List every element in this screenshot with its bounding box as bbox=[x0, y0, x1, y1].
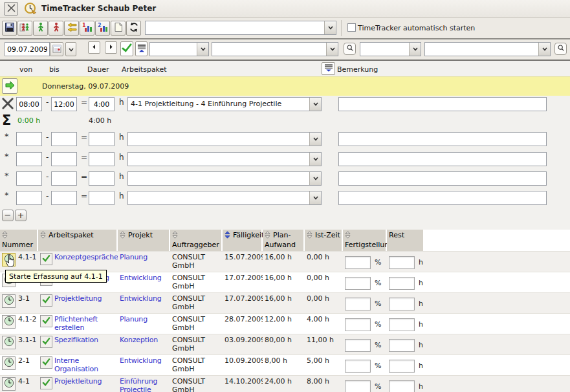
report2-chart-button[interactable]: 2 bbox=[95, 21, 110, 36]
sort-expand-button[interactable] bbox=[135, 41, 148, 56]
person-red-button[interactable] bbox=[49, 21, 63, 36]
arbeitspaket-combobox[interactable]: 4-1 Projektleitung - 4 Einführung Projec… bbox=[127, 97, 322, 111]
bemerkung-expand-button[interactable] bbox=[322, 62, 335, 75]
fertigstellung-input[interactable] bbox=[345, 360, 371, 373]
report1-chart-button[interactable]: 1 bbox=[80, 21, 94, 36]
arbeitspaket-combobox[interactable] bbox=[127, 132, 322, 146]
add-row-button[interactable]: + bbox=[15, 210, 27, 221]
dauer-input[interactable] bbox=[89, 152, 115, 166]
projekt-link[interactable]: Entwicklung bbox=[120, 294, 162, 303]
rest-input[interactable] bbox=[389, 298, 415, 310]
person-green-button[interactable] bbox=[33, 21, 48, 36]
dauer-input[interactable] bbox=[89, 191, 115, 205]
fertigstellung-input[interactable] bbox=[345, 339, 371, 352]
header-projekt[interactable]: Projekt bbox=[118, 230, 170, 251]
header-faelligkeit[interactable]: Fälligkeit bbox=[223, 230, 263, 251]
arbeitspaket-link[interactable]: Projektleitung bbox=[54, 294, 102, 303]
search-button-2[interactable] bbox=[554, 43, 567, 55]
projekt-link[interactable]: Planung bbox=[120, 253, 148, 261]
projekt-link[interactable]: Planung bbox=[120, 315, 148, 323]
von-input[interactable] bbox=[16, 97, 42, 111]
close-button[interactable] bbox=[4, 2, 18, 16]
projekt-link[interactable]: Entwicklung bbox=[120, 274, 162, 282]
projekt-link[interactable]: Konzeption bbox=[120, 336, 158, 344]
bemerkung-input[interactable] bbox=[338, 132, 547, 146]
save-button[interactable] bbox=[2, 21, 17, 36]
rest-input[interactable] bbox=[389, 277, 415, 290]
bis-input[interactable] bbox=[51, 171, 77, 186]
header-plan-aufwand[interactable]: Plan-Aufwand bbox=[263, 230, 305, 251]
bemerkung-input[interactable] bbox=[338, 171, 547, 186]
von-input[interactable] bbox=[16, 171, 42, 186]
rest-input[interactable] bbox=[389, 256, 415, 269]
fertigstellung-input[interactable] bbox=[345, 318, 371, 331]
date-input[interactable] bbox=[5, 42, 50, 56]
filter-combobox-3[interactable] bbox=[360, 42, 421, 56]
projekt-link[interactable]: Einführung Projectile bbox=[120, 377, 170, 392]
done-check-button[interactable] bbox=[40, 315, 52, 327]
fertigstellung-input[interactable] bbox=[345, 380, 371, 392]
bemerkung-input[interactable] bbox=[338, 191, 547, 205]
delete-entry-icon[interactable] bbox=[1, 97, 14, 112]
done-check-button[interactable] bbox=[40, 377, 52, 389]
done-check-button[interactable] bbox=[40, 336, 52, 348]
start-day-button[interactable] bbox=[2, 78, 17, 94]
rest-input[interactable] bbox=[389, 360, 415, 373]
arbeitspaket-combobox[interactable] bbox=[127, 191, 322, 205]
done-check-button[interactable] bbox=[40, 294, 52, 307]
fertigstellung-input[interactable] bbox=[345, 256, 371, 269]
rest-input[interactable] bbox=[389, 380, 415, 392]
dauer-input[interactable] bbox=[89, 97, 115, 111]
arbeitspaket-link[interactable]: Projektleitung bbox=[54, 377, 102, 386]
bemerkung-input[interactable] bbox=[338, 152, 547, 166]
start-tracking-button[interactable] bbox=[2, 294, 16, 308]
arbeitspaket-link[interactable]: Konzeptgespräche bbox=[54, 253, 116, 261]
bis-input[interactable] bbox=[51, 152, 77, 166]
dauer-input[interactable] bbox=[89, 132, 115, 146]
remove-row-button[interactable]: − bbox=[2, 210, 14, 221]
start-tracking-button[interactable] bbox=[2, 315, 16, 329]
done-check-button[interactable] bbox=[40, 253, 52, 265]
done-check-button[interactable] bbox=[40, 356, 52, 369]
header-auftraggeber[interactable]: Auftraggeber bbox=[170, 230, 223, 251]
search-button-1[interactable] bbox=[344, 43, 356, 55]
date-dropdown-button[interactable] bbox=[65, 42, 76, 56]
bemerkung-input[interactable] bbox=[338, 97, 547, 111]
arbeitspaket-link[interactable]: Pflichtenheft erstellen bbox=[54, 315, 116, 332]
previous-day-button[interactable] bbox=[88, 41, 100, 54]
person-transfer-button[interactable] bbox=[17, 21, 32, 36]
header-rest[interactable]: Rest bbox=[387, 230, 424, 251]
start-tracking-button[interactable] bbox=[2, 356, 16, 370]
von-input[interactable] bbox=[16, 191, 42, 205]
arbeitspaket-link[interactable]: Spezifikation bbox=[54, 336, 98, 344]
bis-input[interactable] bbox=[51, 97, 77, 111]
toolbar-search-combobox[interactable] bbox=[145, 21, 336, 35]
arbeitspaket-link[interactable]: Interne Organisation bbox=[54, 356, 116, 373]
rest-input[interactable] bbox=[389, 339, 415, 352]
next-day-button[interactable] bbox=[105, 41, 117, 54]
filter-combobox-1[interactable] bbox=[149, 42, 209, 56]
start-tracking-button[interactable] bbox=[2, 336, 16, 349]
fertigstellung-input[interactable] bbox=[345, 298, 371, 310]
fertigstellung-input[interactable] bbox=[345, 277, 371, 290]
arbeitspaket-combobox[interactable] bbox=[127, 152, 322, 166]
dauer-input[interactable] bbox=[89, 171, 115, 186]
von-input[interactable] bbox=[16, 152, 42, 166]
bis-input[interactable] bbox=[51, 132, 77, 146]
refresh-button[interactable] bbox=[126, 21, 141, 36]
confirm-button[interactable] bbox=[120, 41, 133, 56]
header-arbeitspaket[interactable]: Arbeitspaket bbox=[38, 230, 118, 251]
header-ist-zeit[interactable]: Ist-Zeit bbox=[305, 230, 343, 251]
calendar-button[interactable] bbox=[50, 42, 63, 56]
arbeitspaket-combobox[interactable] bbox=[127, 171, 322, 186]
yellow-arrows-button[interactable] bbox=[64, 21, 79, 36]
header-nummer[interactable]: Nummer bbox=[0, 230, 38, 251]
autostart-checkbox[interactable] bbox=[347, 23, 356, 32]
projekt-link[interactable]: Entwicklung bbox=[120, 356, 162, 365]
new-document-button[interactable] bbox=[111, 21, 126, 36]
filter-combobox-2[interactable] bbox=[212, 42, 338, 56]
header-fertigstellung[interactable]: Fertigstellung bbox=[343, 230, 387, 251]
rest-input[interactable] bbox=[389, 318, 415, 331]
start-tracking-button[interactable] bbox=[2, 377, 16, 391]
bis-input[interactable] bbox=[51, 191, 77, 205]
